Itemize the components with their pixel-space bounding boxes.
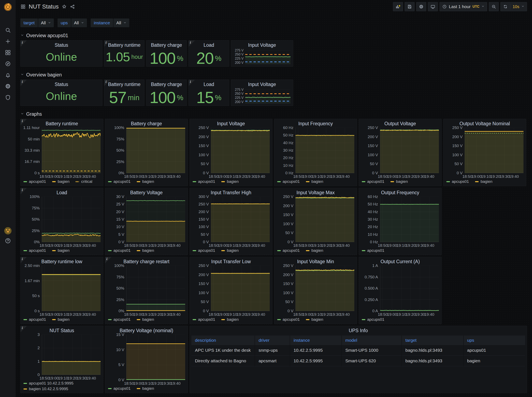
table-header-target[interactable]: target <box>402 335 463 345</box>
sidebar-item-avatar[interactable] <box>4 228 12 234</box>
table-header-ups[interactable]: ups <box>463 335 525 345</box>
variable-value-dropdown[interactable]: All <box>113 19 129 27</box>
panel-info-icon[interactable]: i <box>21 119 27 125</box>
panel-title[interactable]: Input Voltage <box>231 41 293 49</box>
legend-item[interactable]: bagien <box>306 179 323 184</box>
legend-item[interactable]: bagien <box>137 179 154 184</box>
legend-item[interactable]: apcups01 <box>277 248 300 253</box>
graph-body: 30 V25 V20 V15 V10 V5 V0 V18:5019:0019:1… <box>105 196 188 248</box>
legend-item[interactable]: bagien <box>221 317 238 322</box>
panel-title[interactable]: Input Voltage <box>231 80 293 88</box>
star-icon[interactable] <box>62 4 67 9</box>
section-title: Graphs <box>26 111 42 117</box>
panel-title[interactable]: Status <box>21 41 102 49</box>
legend-item[interactable]: bagien <box>52 317 69 322</box>
panel-info-icon[interactable]: i <box>21 80 27 86</box>
legend-item[interactable]: apcups01 <box>362 179 384 184</box>
panel-info-icon[interactable]: i <box>189 41 195 47</box>
refresh-picker[interactable]: 10s <box>501 2 527 11</box>
time-range-picker[interactable]: Last 1 hourUTC <box>439 2 487 11</box>
table-header-description[interactable]: description <box>191 335 255 345</box>
spark-body: 275 V250 V225 V200 V <box>231 88 293 106</box>
section-header-graphs[interactable]: Graphs <box>20 111 527 117</box>
legend-item[interactable]: bagien <box>137 386 154 391</box>
variable-value-dropdown[interactable]: All <box>38 19 54 27</box>
legend-item[interactable]: apcups01 <box>24 317 46 322</box>
zoom-out-button[interactable] <box>489 2 499 11</box>
refresh-icon[interactable] <box>503 4 508 9</box>
panel-title[interactable]: UPS Info <box>190 326 527 334</box>
dashboard-title[interactable]: NUT Status <box>29 3 59 10</box>
legend-item[interactable]: bagien <box>221 179 238 184</box>
legend-item[interactable]: bagien <box>390 179 408 184</box>
panel-title[interactable]: Battery charge <box>146 41 187 49</box>
y-axis-label: 150 V <box>199 281 209 286</box>
legend-item[interactable]: bagien <box>475 179 492 184</box>
panel-info-icon[interactable]: i <box>21 41 27 47</box>
legend-item[interactable]: apcups01 <box>277 179 300 184</box>
legend-item[interactable]: apcups01 <box>193 179 215 184</box>
legend-item[interactable]: bagien <box>52 248 69 253</box>
sidebar-item-help[interactable] <box>4 238 12 244</box>
sidebar-item-bell[interactable] <box>4 72 12 78</box>
panel-title[interactable]: NUT Status <box>21 326 103 334</box>
panel-info-icon[interactable]: i <box>21 188 27 194</box>
panel-info-icon[interactable]: i <box>104 41 111 47</box>
legend-item[interactable]: apcups01 <box>277 317 300 322</box>
graph-panel-input-frequency: Input Frequency60 Hz50 Hz40 Hz30 Hz20 Hz… <box>274 119 357 186</box>
legend-item[interactable]: apcups01 10.42.2.5:9995 <box>24 381 73 385</box>
share-icon[interactable] <box>70 4 75 9</box>
legend-item[interactable]: apcups01 <box>193 317 215 322</box>
legend-item[interactable]: bagien <box>52 179 69 184</box>
add-panel-button[interactable] <box>393 2 403 11</box>
legend-item[interactable]: apcups01 <box>108 179 131 184</box>
graph-body: 250 V200 V150 V100 V50 V0 V18:5019:0019:… <box>190 127 272 179</box>
legend-item[interactable]: apcups01 <box>446 179 469 184</box>
panel-info-icon[interactable]: i <box>21 257 27 263</box>
dashboard-grid-icon[interactable] <box>20 4 26 9</box>
section-header-overview-apcups01[interactable]: Overview apcups01 <box>20 32 527 39</box>
sidebar-item-gear[interactable] <box>4 83 12 89</box>
grafana-logo-icon[interactable] <box>3 2 13 12</box>
legend-item[interactable]: apcups01 <box>24 248 46 253</box>
panel-title[interactable]: Battery charge <box>146 80 187 88</box>
panel-info-icon[interactable]: i <box>21 326 27 332</box>
panel-title[interactable]: Status <box>21 80 102 88</box>
table-header-instance[interactable]: instance <box>290 335 342 345</box>
legend-item[interactable]: apcups01 <box>108 317 131 322</box>
legend-item[interactable]: bagien <box>137 317 154 322</box>
sidebar-item-compass[interactable] <box>4 61 12 67</box>
y-axis-labels: 2.50 min1.67 min50 s0 s <box>22 266 42 311</box>
table-header-model[interactable]: model <box>342 335 402 345</box>
x-axis-label: 19:10 <box>143 174 153 179</box>
tv-button[interactable] <box>428 2 438 11</box>
sidebar-item-dashboards[interactable] <box>4 50 12 56</box>
section-header-overview-bagien[interactable]: Overview bagien <box>20 72 527 78</box>
panel-info-icon[interactable]: i <box>189 80 195 86</box>
legend-item[interactable]: bagien <box>306 317 323 322</box>
save-button[interactable] <box>405 2 415 11</box>
legend-item[interactable]: bagien <box>137 248 154 253</box>
legend-item[interactable]: apcups01 <box>362 248 384 253</box>
legend-item[interactable]: critical <box>76 179 92 184</box>
legend-item[interactable]: apcups01 <box>24 179 46 184</box>
legend-item[interactable]: apcups01 <box>193 248 215 253</box>
panel-info-icon[interactable]: i <box>104 80 111 86</box>
legend-item[interactable]: apcups01 <box>108 386 131 391</box>
x-axis-label: 19:40 <box>86 174 96 179</box>
sidebar-item-shield[interactable] <box>4 94 12 100</box>
legend-item[interactable]: apcups01 <box>108 248 131 253</box>
legend-item[interactable]: bagien 10.42.2.5:9995 <box>24 387 68 391</box>
panel-title[interactable]: Output Current (A) <box>359 257 441 265</box>
legend-item[interactable]: bagien <box>306 248 323 253</box>
settings-button[interactable] <box>416 2 426 11</box>
variable-value-dropdown[interactable]: All <box>71 19 87 27</box>
table-row: Directly attached to Bagnoapcsmart10.42.… <box>191 356 525 366</box>
sidebar-item-search[interactable] <box>4 27 12 33</box>
table-header-driver[interactable]: driver <box>255 335 290 345</box>
sidebar-item-plus[interactable] <box>4 38 12 44</box>
graph-body: 250 V200 V150 V100 V50 V0 V18:5019:0019:… <box>444 127 526 179</box>
panel-info-icon[interactable]: i <box>105 257 111 263</box>
legend-item[interactable]: apcups01 <box>362 317 384 322</box>
legend-item[interactable]: bagien <box>221 248 238 253</box>
